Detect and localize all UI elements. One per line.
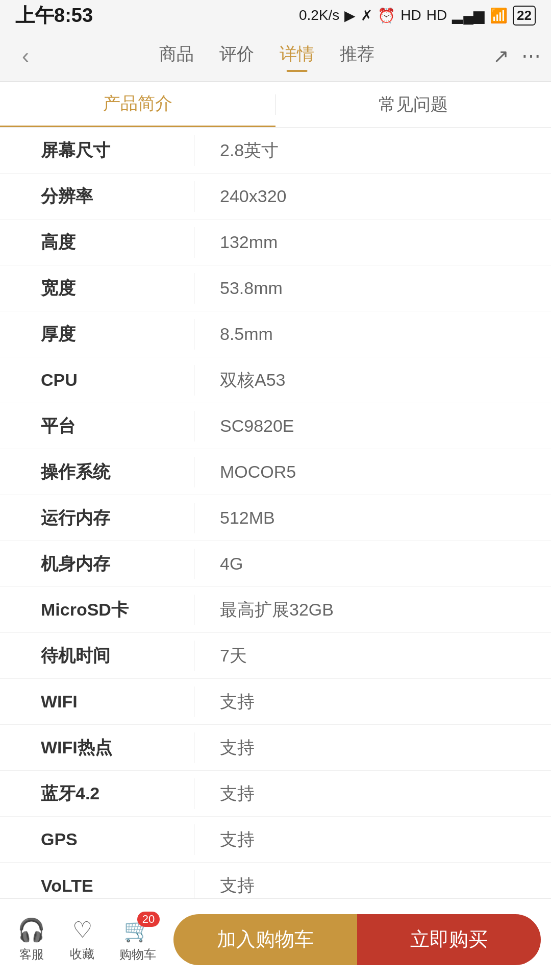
bottom-nav-cart[interactable]: 🛒 20 购物车 bbox=[119, 917, 156, 963]
spec-label: 分辨率 bbox=[0, 175, 194, 218]
customer-service-label: 客服 bbox=[19, 946, 44, 963]
bottom-nav-customer-service[interactable]: 🎧 客服 bbox=[17, 917, 45, 963]
spec-value: 7天 bbox=[194, 634, 551, 678]
spec-value: 2.8英寸 bbox=[194, 129, 551, 173]
spec-value: 132mm bbox=[194, 222, 551, 262]
spec-label: 高度 bbox=[0, 220, 194, 264]
bottom-nav-favorite[interactable]: ♡ 收藏 bbox=[70, 917, 94, 962]
favorite-icon: ♡ bbox=[72, 917, 92, 943]
spec-value: 支持 bbox=[194, 818, 551, 862]
bottom-nav-icons: 🎧 客服 ♡ 收藏 🛒 20 购物车 bbox=[0, 917, 173, 963]
spec-value: MOCOR5 bbox=[194, 452, 551, 492]
table-row: 高度132mm bbox=[0, 219, 551, 265]
table-row: 屏幕尺寸2.8英寸 bbox=[0, 128, 551, 174]
table-row: 机身内存4G bbox=[0, 541, 551, 587]
table-row: 分辨率240x320 bbox=[0, 174, 551, 219]
table-row: 蓝牙4.2支持 bbox=[0, 771, 551, 817]
customer-service-icon: 🎧 bbox=[17, 917, 45, 943]
back-button[interactable]: ‹ bbox=[10, 44, 41, 68]
spec-value: SC9820E bbox=[194, 406, 551, 446]
add-to-cart-button[interactable]: 加入购物车 bbox=[173, 914, 357, 965]
table-row: MicroSD卡最高扩展32GB bbox=[0, 587, 551, 633]
spec-label: 待机时间 bbox=[0, 634, 194, 678]
spec-label: 屏幕尺寸 bbox=[0, 129, 194, 173]
table-row: WIFI热点支持 bbox=[0, 725, 551, 771]
spec-label: GPS bbox=[0, 819, 194, 860]
tab-review[interactable]: 评价 bbox=[219, 42, 254, 70]
table-row: 厚度8.5mm bbox=[0, 311, 551, 357]
tab-detail[interactable]: 详情 bbox=[280, 42, 314, 70]
specs-container: 屏幕尺寸2.8英寸分辨率240x320高度132mm宽度53.8mm厚度8.5m… bbox=[0, 128, 551, 909]
spec-value: 240x320 bbox=[194, 176, 551, 216]
bottom-actions: 加入购物车 立即购买 bbox=[173, 899, 551, 980]
spec-value: 支持 bbox=[194, 680, 551, 724]
sub-tab-faq[interactable]: 常见问题 bbox=[276, 82, 552, 127]
spec-label: 宽度 bbox=[0, 266, 194, 310]
spec-label: 运行内存 bbox=[0, 496, 194, 540]
spec-value: 512MB bbox=[194, 498, 551, 538]
spec-value: 支持 bbox=[194, 726, 551, 770]
table-row: 待机时间7天 bbox=[0, 633, 551, 679]
sub-nav: 产品简介 常见问题 bbox=[0, 82, 551, 128]
cart-label: 购物车 bbox=[119, 946, 156, 963]
more-icon[interactable]: ⋯ bbox=[521, 45, 541, 67]
bottom-bar: 🎧 客服 ♡ 收藏 🛒 20 购物车 加入购物车 立即购买 bbox=[0, 898, 551, 980]
spec-value: 最高扩展32GB bbox=[194, 588, 551, 632]
spec-value: 4G bbox=[194, 544, 551, 584]
table-row: 操作系统MOCOR5 bbox=[0, 449, 551, 495]
sub-tab-intro[interactable]: 产品简介 bbox=[0, 82, 276, 127]
table-row: 平台SC9820E bbox=[0, 403, 551, 449]
spec-label: CPU bbox=[0, 360, 194, 400]
wifi-icon: 📶 bbox=[490, 7, 508, 24]
table-row: 宽度53.8mm bbox=[0, 265, 551, 311]
signal-hd-icon: HD bbox=[400, 7, 421, 23]
location-icon: ▶ bbox=[344, 7, 356, 24]
nav-tabs: 商品 评价 详情 推荐 bbox=[41, 42, 493, 70]
table-row: 运行内存512MB bbox=[0, 495, 551, 541]
signal-hd-icon2: HD bbox=[427, 7, 447, 23]
table-row: WIFI支持 bbox=[0, 679, 551, 725]
back-icon: ‹ bbox=[22, 44, 29, 68]
specs-table: 屏幕尺寸2.8英寸分辨率240x320高度132mm宽度53.8mm厚度8.5m… bbox=[0, 128, 551, 909]
spec-label: MicroSD卡 bbox=[0, 588, 194, 632]
favorite-label: 收藏 bbox=[70, 946, 94, 962]
network-speed: 0.2K/s bbox=[299, 7, 339, 23]
buy-now-button[interactable]: 立即购买 bbox=[357, 914, 541, 965]
table-row: GPS支持 bbox=[0, 817, 551, 863]
tab-recommend[interactable]: 推荐 bbox=[340, 42, 374, 70]
status-bar: 上午8:53 0.2K/s ▶ ✗ ⏰ HD HD ▂▄▆ 📶 22 bbox=[0, 0, 551, 31]
spec-value: 8.5mm bbox=[194, 314, 551, 354]
spec-value: 双核A53 bbox=[194, 358, 551, 402]
nav-actions: ↗ ⋯ bbox=[493, 45, 541, 67]
cart-icon-wrap: 🛒 20 bbox=[123, 917, 152, 943]
bluetooth-icon: ✗ bbox=[361, 7, 372, 24]
tab-goods[interactable]: 商品 bbox=[159, 42, 194, 70]
spec-label: 机身内存 bbox=[0, 542, 194, 586]
spec-value: 53.8mm bbox=[194, 268, 551, 308]
table-row: CPU双核A53 bbox=[0, 357, 551, 403]
spec-label: 平台 bbox=[0, 404, 194, 448]
spec-value: 支持 bbox=[194, 772, 551, 816]
spec-label: 蓝牙4.2 bbox=[0, 772, 194, 816]
spec-label: 操作系统 bbox=[0, 450, 194, 494]
status-time: 上午8:53 bbox=[15, 3, 93, 29]
cart-badge: 20 bbox=[137, 912, 160, 927]
nav-bar: ‹ 商品 评价 详情 推荐 ↗ ⋯ bbox=[0, 31, 551, 82]
spec-label: WIFI热点 bbox=[0, 726, 194, 770]
spec-label: WIFI bbox=[0, 681, 194, 722]
alarm-icon: ⏰ bbox=[378, 7, 395, 24]
battery-level: 22 bbox=[513, 6, 536, 26]
status-icons: 0.2K/s ▶ ✗ ⏰ HD HD ▂▄▆ 📶 22 bbox=[299, 6, 536, 26]
share-icon[interactable]: ↗ bbox=[493, 45, 509, 67]
spec-label: 厚度 bbox=[0, 312, 194, 356]
signal-bars-icon: ▂▄▆ bbox=[452, 7, 485, 24]
